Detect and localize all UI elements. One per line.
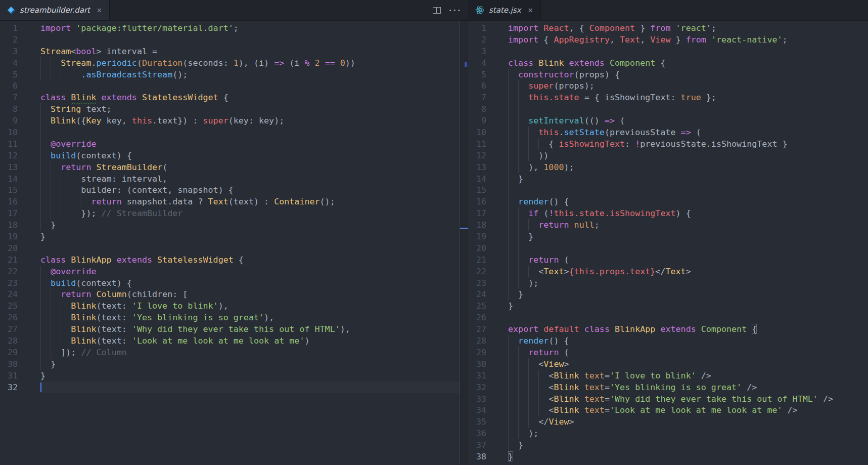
- code-text: ), 1000);: [508, 161, 868, 173]
- indent-guide: [51, 323, 51, 335]
- editor-window: streambuilder.dart ✕ ••• 1import 'packag…: [0, 0, 868, 465]
- line-number: 30: [0, 358, 18, 370]
- text-cursor: [40, 383, 41, 392]
- indent-guide: [528, 358, 529, 370]
- indent-guide: [40, 126, 41, 138]
- code-line: 21class BlinkApp extends StatelessWidget…: [0, 254, 460, 266]
- line-number: 33: [468, 393, 486, 405]
- code-text: import 'package:flutter/material.dart';: [40, 22, 460, 34]
- line-number: 19: [0, 231, 18, 242]
- line-number: 16: [468, 196, 486, 207]
- code-text: Blink(text: 'Why did they ever take this…: [40, 323, 460, 335]
- tab-streambuilder-dart[interactable]: streambuilder.dart ✕: [0, 0, 110, 20]
- indent-guide: [40, 300, 41, 312]
- indent-guide: [528, 266, 529, 277]
- code-lines-right: 1import React, { Component } from 'react…: [468, 21, 868, 465]
- react-icon: [475, 6, 484, 14]
- code-editor-left[interactable]: 1import 'package:flutter/material.dart';…: [0, 21, 468, 465]
- split-editor-icon[interactable]: [433, 7, 441, 14]
- line-number: 17: [0, 207, 18, 219]
- indent-guide: [40, 57, 41, 69]
- indent-guide: [61, 196, 61, 207]
- more-actions-icon[interactable]: •••: [449, 8, 462, 13]
- code-text: [508, 184, 868, 196]
- indent-guide: [71, 69, 71, 80]
- indent-guide: [508, 288, 509, 300]
- code-text: )): [508, 150, 868, 161]
- indent-guide: [528, 416, 529, 428]
- indent-guide: [528, 370, 529, 382]
- code-text: { isShowingText: !previousState.isShowin…: [508, 138, 868, 150]
- close-icon[interactable]: ✕: [97, 7, 102, 14]
- code-line: 4class Blink extends Component {: [468, 57, 868, 69]
- code-line: 24 return Column(children: [: [0, 288, 460, 300]
- line-number: 24: [0, 288, 18, 300]
- code-text: }: [508, 173, 868, 185]
- line-number: 20: [0, 242, 18, 254]
- indent-guide: [40, 335, 41, 347]
- code-text: constructor(props) {: [508, 69, 868, 80]
- indent-guide: [40, 184, 41, 196]
- indent-guide: [508, 115, 509, 126]
- line-number: 16: [0, 196, 18, 207]
- line-number: 5: [0, 69, 18, 80]
- indent-guide: [528, 138, 529, 150]
- line-number: 12: [468, 150, 486, 161]
- line-number: 4: [0, 57, 18, 69]
- ruler-modified-marker: [465, 62, 467, 67]
- code-line: 35 </View>: [468, 416, 868, 428]
- line-number: 34: [468, 404, 486, 416]
- indent-guide: [528, 126, 529, 138]
- indent-guide: [61, 312, 61, 323]
- code-line: 31 <Blink text='I love to blink' />: [468, 370, 868, 382]
- line-number: 15: [0, 184, 18, 196]
- indent-guide: [518, 92, 519, 103]
- code-text: @override: [40, 266, 460, 277]
- code-line: 37 }: [468, 439, 868, 451]
- code-line: 25 Blink(text: 'I love to blink'),: [0, 300, 460, 312]
- line-number: 31: [468, 370, 486, 382]
- indent-guide: [508, 126, 509, 138]
- line-number: 10: [0, 126, 18, 138]
- code-line: 26: [468, 312, 868, 323]
- indent-guide: [51, 161, 51, 173]
- indent-guide: [508, 242, 509, 254]
- code-text: [40, 382, 460, 393]
- indent-guide: [518, 393, 519, 405]
- line-number: 14: [468, 173, 486, 185]
- code-text: return (: [508, 347, 868, 358]
- code-editor-right[interactable]: 1import React, { Component } from 'react…: [468, 21, 868, 465]
- code-text: [508, 103, 868, 115]
- tab-bar-right: state.jsx ✕: [468, 0, 868, 21]
- indent-guide: [518, 219, 519, 231]
- indent-guide: [51, 207, 51, 219]
- line-number: 30: [468, 358, 486, 370]
- indent-guide: [508, 404, 509, 416]
- indent-guide: [40, 138, 41, 150]
- code-text: <Blink text='Yes blinking is so great' /…: [508, 382, 868, 393]
- code-text: [508, 312, 868, 323]
- code-text: class Blink extends Component {: [508, 57, 868, 69]
- indent-guide: [51, 69, 51, 80]
- indent-guide: [508, 358, 509, 370]
- line-number: 6: [468, 80, 486, 92]
- indent-guide: [528, 382, 529, 393]
- close-icon[interactable]: ✕: [528, 7, 533, 14]
- tab-bar-left: streambuilder.dart ✕ •••: [0, 0, 468, 21]
- code-text: );: [508, 277, 868, 289]
- indent-guide: [518, 161, 519, 173]
- flutter-icon: [7, 6, 15, 14]
- indent-guide: [508, 138, 509, 150]
- ruler-cursor-marker: [460, 228, 468, 229]
- tab-state-jsx[interactable]: state.jsx ✕: [468, 0, 541, 20]
- indent-guide: [40, 266, 41, 277]
- code-line: 29 ]); // Column: [0, 347, 460, 358]
- indent-guide: [518, 115, 519, 126]
- indent-guide: [40, 196, 41, 207]
- code-line: 12 build(context) {: [0, 150, 460, 161]
- indent-guide: [51, 184, 51, 196]
- editor-pane-left: streambuilder.dart ✕ ••• 1import 'packag…: [0, 0, 468, 465]
- indent-guide: [518, 150, 519, 161]
- code-line: 15 builder: (context, snapshot) {: [0, 184, 460, 196]
- line-number: 28: [468, 335, 486, 347]
